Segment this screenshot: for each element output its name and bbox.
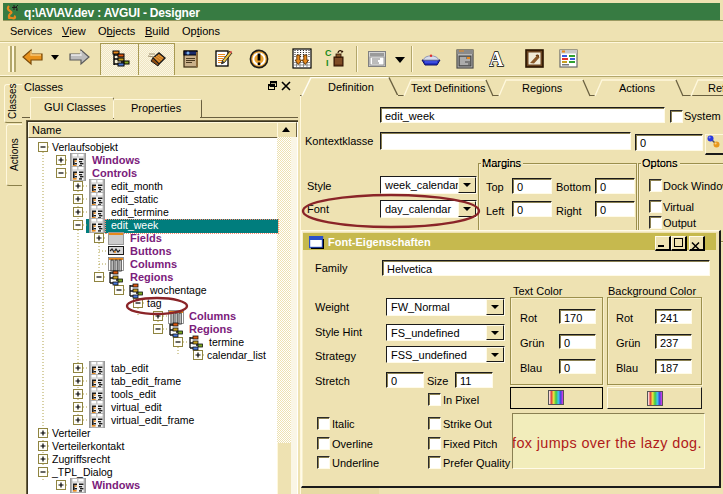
svg-text:I: I bbox=[326, 58, 329, 68]
svg-text:C: C bbox=[325, 48, 332, 58]
svg-text:A: A bbox=[489, 48, 504, 69]
